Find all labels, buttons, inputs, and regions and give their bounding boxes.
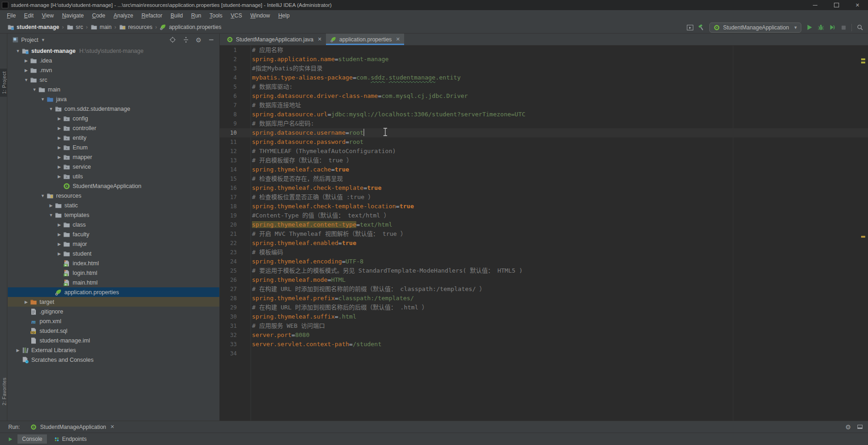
- close-button[interactable]: ✕: [847, 0, 868, 10]
- tree-expand-arrow-icon[interactable]: ▼: [14, 49, 22, 53]
- code-line[interactable]: 3#指定Mybatis的实体目录: [220, 64, 868, 73]
- tree-item[interactable]: ▶student: [8, 249, 219, 258]
- code-line[interactable]: 31# 应用服务 WEB 访问端口: [220, 321, 868, 331]
- settings-gear-icon[interactable]: ⚙: [195, 37, 201, 43]
- tree-item[interactable]: ▼resources: [8, 191, 219, 200]
- code-line[interactable]: 20spring.thymeleaf.content-type=text/htm…: [220, 220, 868, 229]
- project-panel-title[interactable]: Project: [21, 37, 38, 43]
- locate-file-icon[interactable]: [169, 36, 176, 43]
- tree-item[interactable]: application.properties: [8, 287, 219, 297]
- tree-item[interactable]: ▶major: [8, 239, 219, 249]
- code-line[interactable]: 17# 检查模板位置是否正确（默认值 :true ）: [220, 193, 868, 202]
- tree-item[interactable]: ▶entity: [8, 133, 219, 143]
- code-line[interactable]: 24spring.thymeleaf.encoding=UTF-8: [220, 257, 868, 266]
- menu-item-help[interactable]: Help: [274, 11, 294, 20]
- tree-item[interactable]: Hmain.html: [8, 278, 219, 287]
- code-line[interactable]: 34: [220, 349, 868, 358]
- bottom-tab-console[interactable]: Console: [17, 434, 47, 444]
- tree-item[interactable]: ▼com.sddz.studentmanage: [8, 104, 219, 114]
- code-line[interactable]: 32server.port=8080: [220, 331, 868, 340]
- breadcrumb-item[interactable]: main: [91, 24, 112, 31]
- tool-window-tab-project[interactable]: 1: Project: [0, 68, 7, 97]
- tool-window-tab-favorites[interactable]: 2: Favorites: [0, 375, 7, 408]
- tree-item[interactable]: SQLstudent.sql: [8, 326, 219, 336]
- tree-expand-arrow-icon[interactable]: ▼: [23, 78, 30, 82]
- tree-item[interactable]: ▼java: [8, 94, 219, 104]
- build-hammer-icon[interactable]: [698, 24, 705, 31]
- code-line[interactable]: 5# 数据库驱动:: [220, 82, 868, 91]
- menu-item-vcs[interactable]: VCS: [227, 11, 246, 20]
- menu-item-edit[interactable]: Edit: [20, 11, 38, 20]
- tree-expand-arrow-icon[interactable]: ▼: [39, 194, 46, 198]
- tree-item[interactable]: ▼templates: [8, 210, 219, 220]
- menu-item-run[interactable]: Run: [187, 11, 206, 20]
- maximize-button[interactable]: [826, 0, 847, 10]
- code-line[interactable]: 25# 要运用于模板之上的模板模式。另见 StandardTemplate-Mo…: [220, 266, 868, 275]
- menu-item-code[interactable]: Code: [88, 11, 109, 20]
- code-line[interactable]: 30spring.thymeleaf.suffix=.html: [220, 312, 868, 321]
- tree-item[interactable]: .gitignore: [8, 307, 219, 316]
- code-line[interactable]: 1# 应用名称: [220, 46, 868, 55]
- editor-tab[interactable]: application.properties✕: [326, 34, 404, 45]
- tree-expand-arrow-icon[interactable]: ▶: [23, 58, 30, 63]
- tree-expand-arrow-icon[interactable]: ▶: [56, 174, 63, 179]
- code-line[interactable]: 2spring.application.name=student-manage: [220, 55, 868, 64]
- code-line[interactable]: 10spring.datasource.username=root: [220, 128, 868, 137]
- breadcrumb-item[interactable]: student-manage: [7, 24, 59, 31]
- tree-expand-arrow-icon[interactable]: ▶: [47, 203, 55, 208]
- tree-expand-arrow-icon[interactable]: ▶: [56, 116, 63, 121]
- editor-tab[interactable]: StudentManageApplication.java✕: [223, 34, 326, 45]
- close-tab-icon[interactable]: ✕: [396, 36, 400, 42]
- tree-expand-arrow-icon[interactable]: ▼: [47, 213, 55, 217]
- tree-expand-arrow-icon[interactable]: ▶: [56, 242, 63, 246]
- tree-expand-arrow-icon[interactable]: ▶: [56, 222, 63, 227]
- code-line[interactable]: 33server.servlet.context-path=/student: [220, 340, 868, 349]
- run-with-coverage-icon[interactable]: [828, 24, 836, 31]
- code-line[interactable]: 11spring.datasource.password=root: [220, 137, 868, 147]
- run-configuration-select[interactable]: StudentManageApplication ▼: [709, 23, 801, 33]
- code-line[interactable]: 15# 检查模板是否存在，然后再呈现: [220, 174, 868, 183]
- code-line[interactable]: 28spring.thymeleaf.prefix=classpath:/tem…: [220, 294, 868, 303]
- settings-gear-icon[interactable]: ⚙: [845, 424, 851, 430]
- tree-expand-arrow-icon[interactable]: ▶: [23, 68, 30, 73]
- debug-icon[interactable]: [817, 24, 824, 31]
- tree-item[interactable]: ▶config: [8, 114, 219, 123]
- breadcrumb-item[interactable]: application.properties: [160, 24, 221, 31]
- tree-expand-arrow-icon[interactable]: ▶: [56, 145, 63, 150]
- tree-item[interactable]: ▼main: [8, 85, 219, 94]
- breadcrumb-item[interactable]: resources: [119, 24, 153, 31]
- code-line[interactable]: 21# 开启 MVC Thymeleaf 视图解析（默认值： true ）: [220, 229, 868, 239]
- tree-item[interactable]: ▶External Libraries: [8, 345, 219, 355]
- code-line[interactable]: 26spring.thymeleaf.mode=HTML: [220, 275, 868, 285]
- code-line[interactable]: 14spring.thymeleaf.cache=true: [220, 165, 868, 174]
- tree-item[interactable]: ▶static: [8, 200, 219, 210]
- tree-item[interactable]: ▶.mvn: [8, 65, 219, 75]
- tree-item[interactable]: ▶class: [8, 220, 219, 229]
- code-line[interactable]: 19#Content-Type 的值（默认值： text/html ）: [220, 211, 868, 220]
- code-line[interactable]: 16spring.thymeleaf.check-template=true: [220, 183, 868, 193]
- run-tab[interactable]: StudentManageApplication ✕: [30, 423, 114, 431]
- hide-panel-icon[interactable]: [857, 425, 862, 429]
- tree-expand-arrow-icon[interactable]: ▶: [56, 232, 63, 237]
- editor[interactable]: 1# 应用名称2spring.application.name=student-…: [220, 46, 868, 421]
- tree-expand-arrow-icon[interactable]: ▶: [23, 300, 30, 304]
- tree-expand-arrow-icon[interactable]: ▼: [31, 87, 38, 92]
- menu-item-navigate[interactable]: Navigate: [58, 11, 88, 20]
- tree-expand-arrow-icon[interactable]: ▶: [56, 251, 63, 256]
- tree-item[interactable]: mpom.xml: [8, 316, 219, 326]
- minimize-button[interactable]: [805, 0, 826, 10]
- tree-item[interactable]: Scratches and Consoles: [8, 355, 219, 365]
- run-icon[interactable]: [805, 24, 813, 31]
- search-everywhere-icon[interactable]: [856, 24, 863, 31]
- close-tab-icon[interactable]: ✕: [110, 424, 114, 430]
- tree-item[interactable]: StudentManageApplication: [8, 181, 219, 191]
- code-line[interactable]: 18spring.thymeleaf.check-template-locati…: [220, 202, 868, 211]
- tree-item[interactable]: ▶mapper: [8, 152, 219, 162]
- tree-item[interactable]: ▶.idea: [8, 56, 219, 65]
- code-line[interactable]: 8spring.datasource.url=jdbc:mysql://loca…: [220, 110, 868, 119]
- menu-item-analyze[interactable]: Analyze: [109, 11, 137, 20]
- collapse-all-icon[interactable]: [182, 36, 189, 43]
- code-line[interactable]: 27# 在构建 URL 时添加到视图名称前的前缀（默认值： classpath:…: [220, 285, 868, 294]
- menu-item-build[interactable]: Build: [166, 11, 187, 20]
- menu-item-tools[interactable]: Tools: [206, 11, 227, 20]
